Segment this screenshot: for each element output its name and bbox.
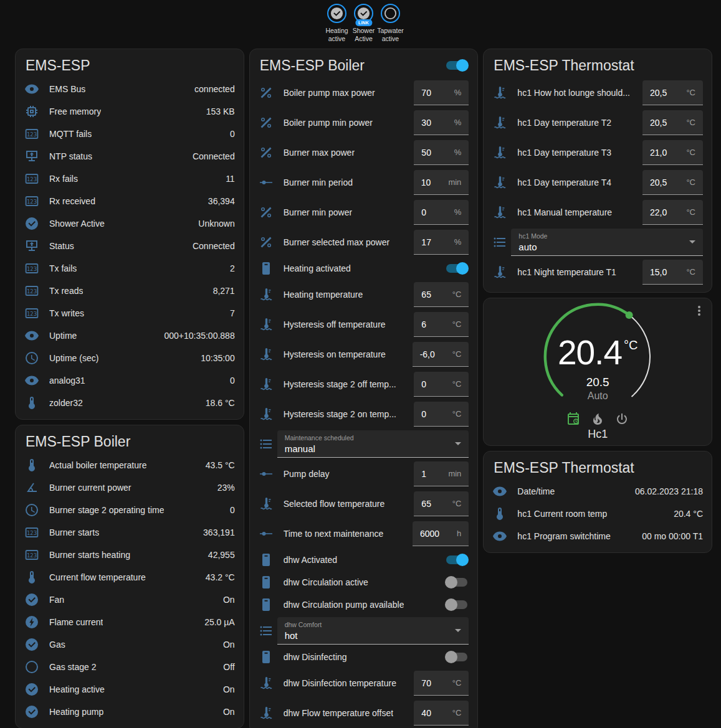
toggle-switch[interactable] [445, 554, 469, 566]
number-input[interactable]: 65°C [414, 282, 469, 307]
entity-row[interactable]: Heating temperature65°C [250, 280, 478, 310]
toggle-switch[interactable] [445, 262, 469, 275]
entity-row[interactable]: analog310 [16, 369, 244, 392]
entity-row[interactable]: dhw Activated [250, 549, 478, 571]
entity-row[interactable]: FanOn [16, 589, 244, 611]
number-input[interactable]: 0°C [414, 402, 469, 427]
entity-row[interactable]: Free memory153 KB [16, 100, 244, 123]
entity-row[interactable]: Selected flow temperature65°C [250, 489, 478, 519]
menu-dots-icon[interactable] [692, 303, 707, 318]
entity-row[interactable]: dhw Disinfection temperature70°C [250, 668, 478, 698]
entity-row[interactable]: 123Burner starts heating42,955 [16, 544, 244, 566]
entity-row[interactable]: 123MQTT fails0 [16, 123, 244, 145]
entity-row[interactable]: hc1 Program switchtime00 mo 00:00 T1 [484, 525, 712, 547]
number-input[interactable]: -6,0°C [413, 342, 469, 367]
toggle-switch[interactable] [445, 651, 469, 663]
entity-row[interactable]: Shower ActiveUnknown [16, 212, 244, 235]
entity-row[interactable]: EMS Busconnected [16, 78, 244, 100]
entity-row[interactable]: Heating pumpOn [16, 701, 244, 723]
entity-row[interactable]: dhw Circulation pump available [250, 593, 478, 616]
entity-row[interactable]: hc1 Manual temperature22,0°C [484, 197, 712, 227]
entity-row[interactable]: Burner current power23% [16, 476, 244, 499]
entity-row[interactable]: hc1 How hot lounge should...20,5°C [484, 78, 712, 108]
entity-row[interactable]: hc1 Day temperature T220,5°C [484, 108, 712, 138]
number-input[interactable]: 22,0°C [642, 200, 703, 225]
entity-row[interactable]: Burner max power50% [250, 138, 478, 168]
entity-row[interactable]: StatusConnected [16, 235, 244, 257]
select-input[interactable]: hc1 Modeauto [511, 229, 703, 256]
entity-row[interactable]: zolder3218.6 °C [16, 392, 244, 414]
entity-row[interactable]: Pump delay1min [250, 459, 478, 489]
entity-row[interactable]: Hysteresis off temperature6°C [250, 310, 478, 339]
number-input[interactable]: 6000h [413, 521, 469, 546]
entity-row[interactable]: Burner selected max power17% [250, 227, 478, 257]
number-input[interactable]: 15,0°C [642, 260, 703, 285]
entity-row[interactable]: dhw Circulation active [250, 571, 478, 593]
number-input[interactable]: 65°C [414, 491, 469, 516]
entity-row[interactable]: GasOn [16, 633, 244, 656]
entity-row[interactable]: 123Burner starts363,191 [16, 521, 244, 544]
entity-row[interactable]: Burner min period10min [250, 168, 478, 197]
toggle-switch[interactable] [445, 576, 469, 589]
entity-row[interactable]: hc1 Day temperature T420,5°C [484, 168, 712, 197]
number-input[interactable]: 10min [414, 170, 469, 195]
entity-row[interactable]: 123Tx writes7 [16, 302, 244, 324]
entity-row[interactable]: Heating activeOn [16, 678, 244, 701]
entity-row[interactable]: Actual boiler temperature43.5 °C [16, 454, 244, 476]
entity-value: Connected [188, 151, 235, 161]
entity-row[interactable]: Burner min power0% [250, 197, 478, 227]
number-input[interactable]: 1min [414, 461, 469, 486]
entity-row[interactable]: Boiler pump min power30% [250, 108, 478, 138]
svg-text:123: 123 [27, 288, 37, 295]
entity-row[interactable]: hc1 Day temperature T321,0°C [484, 138, 712, 168]
entity-row[interactable]: 123Rx fails11 [16, 168, 244, 190]
badge-circle[interactable]: LINK [354, 4, 373, 23]
number-input[interactable]: 6°C [414, 312, 469, 337]
number-input[interactable]: 50% [414, 140, 469, 165]
entity-row[interactable]: Maintenance scheduledmanual [250, 429, 478, 459]
entity-name: Burner min period [284, 177, 353, 187]
entity-row[interactable]: Hysteresis stage 2 on temp...0°C [250, 399, 478, 429]
number-input[interactable]: 20,5°C [642, 110, 703, 135]
entity-row[interactable]: 123Tx reads8,271 [16, 280, 244, 302]
entity-row[interactable]: Burner stage 2 operating time0 [16, 499, 244, 521]
badge-circle[interactable] [381, 4, 400, 23]
number-input[interactable]: 20,5°C [642, 80, 703, 105]
number-input[interactable]: 70% [414, 80, 469, 105]
entity-row[interactable]: hc1 Modeauto [484, 227, 712, 257]
entity-row[interactable]: Time to next maintenance6000h [250, 519, 478, 549]
entity-row[interactable]: dhw Flow temperature offset40°C [250, 698, 478, 728]
number-input[interactable]: 30% [414, 110, 469, 135]
entity-row[interactable]: Boiler pump max power70% [250, 78, 478, 108]
entity-row[interactable]: Hysteresis stage 2 off temp...0°C [250, 369, 478, 399]
entity-row[interactable]: Gas stage 2Off [16, 656, 244, 678]
entity-row[interactable]: Uptime (sec)10:35:00 [16, 347, 244, 369]
entity-row[interactable]: 123Tx fails2 [16, 257, 244, 280]
entity-row[interactable]: dhw Comforthot [250, 616, 478, 646]
toggle-switch[interactable] [445, 598, 469, 611]
badge-circle[interactable] [327, 4, 346, 23]
number-input[interactable]: 70°C [414, 671, 469, 696]
number-input[interactable]: 0% [414, 200, 469, 225]
badge[interactable]: Tapwateractive [377, 4, 404, 49]
number-input[interactable]: 40°C [414, 701, 469, 726]
select-input[interactable]: dhw Comforthot [277, 617, 469, 645]
entity-row[interactable]: Hysteresis on temperature-6,0°C [250, 339, 478, 369]
entity-row[interactable]: dhw Disinfecting [250, 646, 478, 668]
entity-row[interactable]: 123Rx received36,394 [16, 190, 244, 212]
entity-row[interactable]: Heating activated [250, 257, 478, 280]
entity-row[interactable]: hc1 Current room temp20.4 °C [484, 503, 712, 525]
entity-row[interactable]: hc1 Night temperature T115,0°C [484, 257, 712, 287]
number-input[interactable]: 17% [414, 230, 469, 255]
entity-row[interactable]: Date/time06.02.2023 21:18 [484, 480, 712, 503]
entity-name: Hysteresis off temperature [284, 319, 386, 329]
number-input[interactable]: 20,5°C [642, 170, 703, 195]
entity-row[interactable]: Uptime000+10:35:00.888 [16, 324, 244, 347]
toggle-switch[interactable] [445, 59, 469, 72]
number-input[interactable]: 0°C [414, 372, 469, 397]
entity-row[interactable]: Flame current25.0 µA [16, 611, 244, 633]
entity-row[interactable]: Current flow temperature43.2 °C [16, 566, 244, 589]
entity-row[interactable]: NTP statusConnected [16, 145, 244, 168]
number-input[interactable]: 21,0°C [642, 140, 703, 165]
select-input[interactable]: Maintenance scheduledmanual [277, 430, 469, 458]
